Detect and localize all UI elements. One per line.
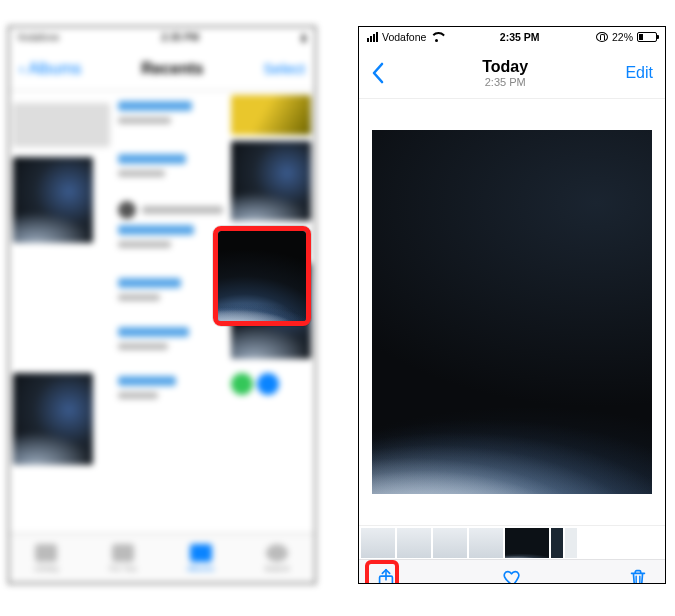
displayed-photo	[372, 130, 652, 494]
status-carrier: Vodafone	[17, 32, 59, 43]
status-bar: Vodafone 2:35 PM ▮	[9, 27, 315, 47]
status-carrier: Vodafone	[382, 31, 426, 43]
wifi-icon	[430, 32, 443, 42]
orientation-lock-icon	[596, 32, 608, 42]
status-time: 2:35 PM	[161, 32, 199, 43]
cell-signal-icon	[367, 32, 378, 42]
favorite-button[interactable]	[501, 567, 523, 585]
nav-bar: Today 2:35 PM Edit	[359, 47, 665, 99]
back-button[interactable]: ‹ Albums	[19, 60, 81, 78]
delete-button[interactable]	[627, 567, 649, 585]
status-battery-pct: 22%	[612, 31, 633, 43]
select-button[interactable]: Select	[263, 60, 305, 77]
tab-library[interactable]: Library	[34, 544, 58, 573]
battery-icon	[637, 32, 657, 42]
nav-title: Today	[482, 58, 528, 76]
tab-bar: Library For You Albums Search	[9, 533, 315, 583]
tab-albums[interactable]: Albums	[187, 544, 214, 573]
tab-foryou[interactable]: For You	[109, 544, 137, 573]
back-button[interactable]	[371, 62, 385, 84]
phone-screenshot-right: Vodafone 2:35 PM 22% Today 2:35 PM Edit	[358, 26, 666, 584]
edit-button[interactable]: Edit	[625, 64, 653, 82]
thumbnail[interactable]	[433, 528, 467, 558]
photo-thumbnail-strip[interactable]	[359, 525, 665, 559]
share-button[interactable]	[375, 567, 397, 585]
highlighted-photo-thumbnail[interactable]	[213, 226, 311, 326]
thumbnail[interactable]	[551, 528, 563, 558]
status-battery: ▮	[301, 32, 307, 43]
thumbnail[interactable]	[361, 528, 395, 558]
status-time: 2:35 PM	[500, 31, 540, 43]
status-bar: Vodafone 2:35 PM 22%	[359, 27, 665, 47]
toolbar	[359, 559, 665, 584]
thumbnail[interactable]	[565, 528, 577, 558]
thumbnail[interactable]	[469, 528, 503, 558]
photo-viewer[interactable]	[359, 99, 665, 525]
tab-search[interactable]: Search	[264, 544, 289, 573]
thumbnail[interactable]	[397, 528, 431, 558]
nav-title: Recents	[141, 60, 203, 78]
thumbnail-selected[interactable]	[505, 528, 549, 558]
nav-bar: ‹ Albums Recents Select	[9, 47, 315, 91]
nav-subtitle: 2:35 PM	[482, 76, 528, 88]
